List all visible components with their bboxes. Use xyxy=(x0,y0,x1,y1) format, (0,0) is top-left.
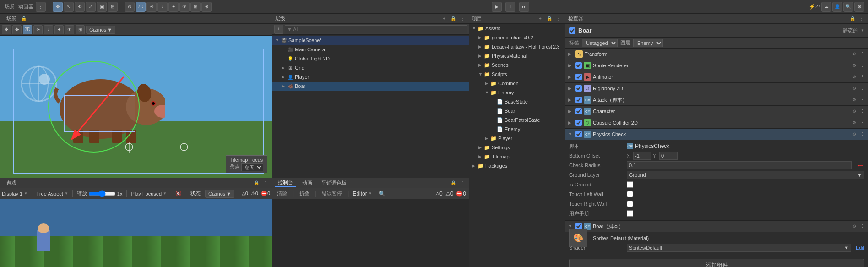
transform-settings-icon[interactable]: ⚙ xyxy=(851,51,857,57)
collab-btn[interactable]: ☁ xyxy=(821,2,831,12)
sprite-renderer-more-icon[interactable]: ⋮ xyxy=(859,62,865,69)
object-enabled-checkbox[interactable] xyxy=(569,27,575,34)
hidden-btn[interactable]: 👁 xyxy=(179,2,190,12)
account-btn[interactable]: 👤 xyxy=(832,2,842,12)
project-enemy-folder[interactable]: ▼ 📁 Enemy xyxy=(469,88,565,97)
project-common[interactable]: ▶ 📁 Common xyxy=(469,79,565,88)
component-transform-header[interactable]: ▶ ⤡ Transform ⚙ ⋮ xyxy=(565,49,868,60)
project-boarpatrol[interactable]: 📄 BoarPatrolState xyxy=(469,115,565,125)
audio-btn[interactable]: ♪ xyxy=(157,2,168,12)
boar-script-more-icon[interactable]: ⋮ xyxy=(859,223,865,229)
component-sprite-renderer-header[interactable]: ▶ ▣ Sprite Renderer ⚙ ⋮ xyxy=(565,60,868,71)
capsule-collider-enabled-checkbox[interactable] xyxy=(575,120,582,126)
physics-check-more-icon[interactable]: ⋮ xyxy=(859,131,865,137)
hand-tool[interactable]: ✥ xyxy=(53,2,63,12)
shader-dropdown[interactable]: Sprites/Default ▼ xyxy=(627,244,851,252)
hierarchy-add-icon[interactable]: + xyxy=(440,15,448,22)
effects-btn[interactable]: ✦ xyxy=(168,2,179,12)
capsule-collider-settings-icon[interactable]: ⚙ xyxy=(851,120,857,126)
project-scripts[interactable]: ▼ 📁 Scripts xyxy=(469,70,565,79)
animator-more-icon[interactable]: ⋮ xyxy=(859,74,865,80)
search-btn[interactable]: 🔍 xyxy=(843,2,853,12)
project-more-icon[interactable]: ⋮ xyxy=(555,15,562,22)
project-basestate[interactable]: 📄 BaseState xyxy=(469,97,565,106)
character-more-icon[interactable]: ⋮ xyxy=(859,108,865,114)
project-generic-char[interactable]: ▶ 📁 generic_char_v0.2 xyxy=(469,33,565,42)
component-boar-script-header[interactable]: ▼ C# Boar（脚本） ⚙ ⋮ xyxy=(565,221,868,232)
attack-more-icon[interactable]: ⋮ xyxy=(859,97,865,103)
component-physics-check-header[interactable]: ▼ C# Physics Check ⚙ ⋮ xyxy=(565,129,868,140)
project-settings-folder[interactable]: ▶ 📁 Settings xyxy=(469,143,565,152)
hierarchy-more-icon[interactable]: ⋮ xyxy=(459,15,466,22)
scene-orbit-btn[interactable]: ✥ xyxy=(2,25,11,34)
scene-grid2-btn[interactable]: ⊞ xyxy=(76,25,85,34)
project-scenes[interactable]: ▶ 📁 Scenes xyxy=(469,60,565,70)
inspector-more-icon[interactable]: ⋮ xyxy=(858,15,865,22)
editor-dropdown[interactable]: Editor ▼ xyxy=(353,191,372,197)
clear-btn[interactable]: 清除 xyxy=(275,190,289,197)
transform-more-icon[interactable]: ⋮ xyxy=(859,51,865,57)
more-icon[interactable]: ⋮ xyxy=(29,15,37,22)
collapse-btn[interactable]: 折叠 xyxy=(298,190,311,197)
project-legacy-fantasy[interactable]: ▶ 📁 Legacy-Fantasy - High Forest 2.3 xyxy=(469,42,565,51)
project-physics-material[interactable]: ▶ 📁 PhysicsMaterial xyxy=(469,51,565,60)
tilemap-focus-select[interactable]: 忽无 xyxy=(241,163,263,171)
character-enabled-checkbox[interactable] xyxy=(575,108,582,114)
scale-tool[interactable]: ⤢ xyxy=(86,2,96,12)
component-attack-header[interactable]: ▶ C# Attack（脚本） ⚙ ⋮ xyxy=(565,94,868,105)
animator-enabled-checkbox[interactable] xyxy=(575,74,582,80)
step-btn[interactable]: ⏭ xyxy=(519,2,529,12)
scene-audio-btn[interactable]: ♪ xyxy=(44,25,53,34)
boar-script-settings-icon[interactable]: ⚙ xyxy=(851,223,857,229)
play-focused-dropdown[interactable]: Play Focused ▼ xyxy=(131,191,167,196)
tag-dropdown[interactable]: Untagged xyxy=(582,39,618,47)
settings2-btn[interactable]: ⚙ xyxy=(201,2,212,12)
scene-2d-btn[interactable]: 2D xyxy=(23,25,32,34)
hierarchy-player[interactable]: ▶ 👤 Player xyxy=(272,72,469,82)
grid-btn[interactable]: ⊞ xyxy=(190,2,201,12)
aspect-dropdown[interactable]: Free Aspect ▼ xyxy=(36,191,68,196)
rotate-tool[interactable]: ⟲ xyxy=(75,2,85,12)
bottom-offset-y-input[interactable] xyxy=(659,152,678,160)
project-boar-script[interactable]: 📄 Boar xyxy=(469,106,565,115)
add-component-button[interactable]: 添加组件 xyxy=(569,259,864,267)
scene-light-btn[interactable]: ☀ xyxy=(33,25,43,34)
character-settings-icon[interactable]: ⚙ xyxy=(851,108,857,114)
hierarchy-main-camera[interactable]: 🎥 Main Camera xyxy=(272,45,469,54)
scale-slider[interactable] xyxy=(88,190,116,197)
bottom-offset-x-input[interactable] xyxy=(633,152,651,160)
is-ground-checkbox[interactable] xyxy=(627,181,633,188)
scene-menu-label[interactable]: 场景 xyxy=(3,3,16,10)
layer-dropdown[interactable]: Enemy xyxy=(633,39,663,47)
rigidbody2d-enabled-checkbox[interactable] xyxy=(575,85,582,92)
light-btn[interactable]: ☀ xyxy=(146,2,157,12)
sprite-renderer-enabled-checkbox[interactable] xyxy=(575,62,582,69)
hierarchy-add-btn[interactable]: + xyxy=(274,25,283,34)
play-btn[interactable]: ▶ xyxy=(492,2,502,12)
error-pause-btn[interactable]: 错误暂停 xyxy=(320,190,344,197)
boar-script-enabled-checkbox[interactable] xyxy=(575,223,582,229)
attack-enabled-checkbox[interactable] xyxy=(575,97,582,103)
ground-layer-dropdown[interactable]: Ground ▼ xyxy=(627,171,864,179)
lock-icon[interactable]: 🔒 xyxy=(20,15,27,22)
scene-tab[interactable]: 场景 xyxy=(3,15,20,22)
pivot-btn[interactable]: ⊙ xyxy=(125,2,135,12)
console-tab-animation[interactable]: 动画 xyxy=(299,180,315,186)
game-gizmos-dropdown[interactable]: Gizmos ▼ xyxy=(205,190,234,198)
capsule-collider-more-icon[interactable]: ⋮ xyxy=(859,120,865,126)
display-dropdown[interactable]: Display 1 ▼ xyxy=(2,191,27,196)
project-assets-root[interactable]: ▼ 📁 Assets xyxy=(469,24,565,33)
console-tab-tile[interactable]: 平铺调色板 xyxy=(319,180,349,186)
hierarchy-lock-icon[interactable]: 🔒 xyxy=(450,15,457,22)
rigidbody2d-more-icon[interactable]: ⋮ xyxy=(859,85,865,92)
static-dropdown-arrow-icon[interactable]: ▼ xyxy=(861,28,864,33)
user-manual-checkbox[interactable] xyxy=(627,210,633,217)
game-more-icon[interactable]: ⋮ xyxy=(262,180,269,187)
touch-left-wall-checkbox[interactable] xyxy=(627,191,633,197)
project-tilemap-folder[interactable]: ▶ 📁 Tilemap xyxy=(469,152,565,161)
check-radius-input[interactable] xyxy=(627,161,852,169)
2d-mode-btn[interactable]: 2D xyxy=(136,2,146,12)
game-lock-icon[interactable]: 🔒 xyxy=(253,180,260,187)
animator-menu-label[interactable]: 动画器 xyxy=(16,3,35,10)
stats-label[interactable]: 状态 xyxy=(190,190,201,197)
